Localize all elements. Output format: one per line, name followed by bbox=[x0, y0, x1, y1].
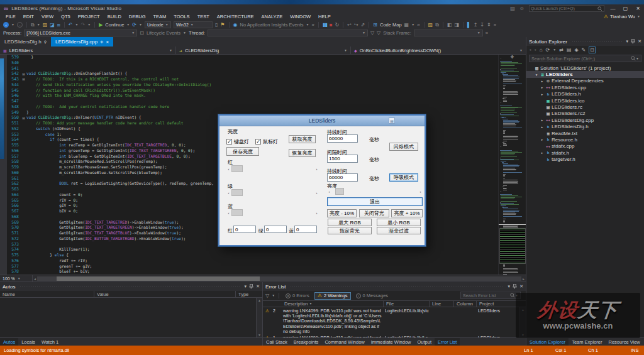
exit-button[interactable]: 退出 bbox=[327, 197, 423, 206]
column-file[interactable]: File bbox=[384, 301, 430, 307]
collapsed-arrow-icon[interactable]: ▸ bbox=[540, 85, 545, 89]
pending-changes-icon[interactable]: ⇄ bbox=[559, 47, 564, 53]
lifecycle-events-button[interactable]: Lifecycle Events bbox=[147, 30, 180, 36]
window-position-icon[interactable]: ▾ bbox=[626, 39, 629, 44]
flag-filter-icon[interactable]: ▽ bbox=[377, 30, 380, 36]
slider-left-arrow-icon[interactable]: ‹ bbox=[327, 190, 331, 194]
toolbar-overflow-icon[interactable]: » bbox=[486, 30, 488, 36]
solution-explorer-search[interactable]: ▼ bbox=[529, 55, 641, 62]
process-select[interactable]: [7096] LEDSliders.exe▼ bbox=[24, 30, 137, 36]
close-panel-icon[interactable]: ✕ bbox=[256, 284, 260, 289]
bookmark-next-icon[interactable]: ↧ bbox=[480, 22, 484, 28]
tab-ledslidersdlg-cpp[interactable]: LEDSlidersDlg.cpp ✛ ✕ bbox=[51, 37, 113, 46]
column-description[interactable]: Description ▼ bbox=[282, 301, 384, 307]
solution-explorer-search-input[interactable] bbox=[531, 57, 631, 61]
tree-item-stdafx-cpp[interactable]: ++stdafx.cpp bbox=[526, 143, 644, 150]
tree-item-ledsliders[interactable]: ▾⊞LEDSliders bbox=[526, 71, 644, 77]
pin-icon[interactable]: ⚲ bbox=[44, 40, 47, 44]
device-icon[interactable]: ▯ bbox=[215, 22, 218, 28]
slider-thumb[interactable] bbox=[231, 189, 243, 196]
process-window-icon[interactable]: ⊡ bbox=[140, 30, 144, 36]
scrollbar-track[interactable] bbox=[37, 276, 521, 281]
continue-icon[interactable]: ▶ bbox=[99, 22, 103, 28]
filter-icon[interactable]: ▽ bbox=[265, 293, 269, 298]
nav-project-dropdown[interactable]: ▦ LEDSliders ▼ bbox=[0, 46, 176, 54]
blue-slider[interactable]: ‹ › bbox=[226, 209, 319, 216]
duration1-input[interactable] bbox=[327, 134, 358, 143]
autos-vertical-scrollbar[interactable]: ▲▼ bbox=[256, 298, 262, 337]
tree-item-ledslidersdlg-cpp[interactable]: ▸++LEDSlidersDlg.cpp bbox=[526, 117, 644, 123]
red-slider[interactable]: ‹ › bbox=[226, 165, 319, 172]
editor-minimap-scrollbar[interactable]: ✥ bbox=[498, 55, 526, 275]
drag-grip[interactable] bbox=[19, 285, 240, 288]
tab-output[interactable]: Output bbox=[414, 338, 435, 346]
tree-item-targetver-h[interactable]: htargetver.h bbox=[526, 156, 644, 162]
preview-selected-icon[interactable]: ⊟ bbox=[589, 46, 596, 53]
expanded-arrow-icon[interactable]: ▾ bbox=[534, 73, 539, 77]
dialog-titlebar-icon[interactable]: ▤ bbox=[389, 117, 395, 124]
brightness-slider[interactable]: ‹ › bbox=[327, 188, 423, 195]
continue-button[interactable]: Continue bbox=[105, 22, 124, 28]
mouse-light-checkbox[interactable]: ✓鼠标灯 bbox=[255, 138, 278, 145]
brightness-minus-button[interactable]: 亮度 - 10% bbox=[327, 209, 357, 217]
column-name[interactable]: Name bbox=[0, 291, 94, 297]
user-name[interactable]: Tianhao Wu bbox=[610, 14, 635, 19]
filter-threads-icon[interactable]: ▽ bbox=[370, 30, 374, 36]
window-position-icon[interactable]: ▾ bbox=[508, 284, 511, 289]
tree-item-ledsliders-rc2[interactable]: ▤LEDSliders.rc2 bbox=[526, 111, 644, 117]
tree-item-ledslidersdlg-h[interactable]: ▸hLEDSlidersDlg.h bbox=[526, 124, 644, 130]
toolbar-overflow-icon[interactable]: » bbox=[494, 22, 496, 28]
dialog-titlebar[interactable]: LEDSliders ▤ bbox=[219, 116, 425, 126]
slider-track[interactable] bbox=[231, 165, 314, 172]
error-row-1[interactable]: ⚠2warning LNK4099: PDB 'vc110.pdb' was n… bbox=[263, 307, 519, 334]
slider-right-arrow-icon[interactable]: › bbox=[314, 211, 319, 215]
editor-horizontal-scrollbar[interactable]: 100 %▼ ◂ ▸ bbox=[0, 275, 526, 281]
filter-errors[interactable]: ✕0 Errors bbox=[283, 292, 312, 300]
collapse-all-icon[interactable]: ▤ bbox=[567, 47, 572, 53]
set-backlight-button[interactable]: 指定背光 bbox=[328, 227, 372, 234]
menu-analyze[interactable]: ANALYZE bbox=[258, 14, 287, 19]
tab-immediate-window[interactable]: Immediate Window bbox=[368, 338, 414, 346]
undo-icon[interactable]: ↶ bbox=[69, 22, 73, 28]
titlebar[interactable]: ∞ LEDSliders (Running) - Microsoft Visua… bbox=[0, 4, 644, 13]
navigate-forward-icon[interactable]: › bbox=[17, 22, 23, 28]
folder-icon[interactable]: ▨ bbox=[428, 22, 433, 28]
slider-left-arrow-icon[interactable]: ‹ bbox=[226, 167, 231, 171]
menu-file[interactable]: FILE bbox=[2, 14, 19, 19]
red-value-input[interactable] bbox=[233, 226, 256, 233]
pin-icon[interactable] bbox=[631, 39, 635, 44]
slider-right-arrow-icon[interactable]: › bbox=[418, 190, 423, 194]
close-button[interactable]: ✕ bbox=[634, 6, 642, 11]
stop-icon[interactable]: ■ bbox=[330, 22, 333, 28]
slider-thumb[interactable] bbox=[231, 209, 243, 216]
quick-launch[interactable] bbox=[529, 5, 604, 12]
pin-icon[interactable] bbox=[513, 284, 517, 289]
column-line[interactable]: Line bbox=[430, 301, 454, 307]
tab-watch-1[interactable]: Watch 1 bbox=[38, 338, 62, 346]
scroll-left-icon[interactable]: ◂ bbox=[33, 276, 37, 281]
filter-warnings[interactable]: ⚠2 Warnings bbox=[314, 292, 351, 300]
column-column[interactable]: Column bbox=[454, 301, 477, 307]
copy-icon[interactable]: ⧉ bbox=[435, 22, 439, 28]
menu-team[interactable]: TEAM bbox=[149, 14, 170, 19]
code-map-icon[interactable]: ⊞ bbox=[373, 22, 377, 28]
menu-test[interactable]: TEST bbox=[194, 14, 213, 19]
green-slider[interactable]: ‹ › bbox=[226, 189, 319, 196]
insights-label[interactable]: No Application Insights Events bbox=[240, 22, 304, 28]
open-folder-icon[interactable]: ▨ bbox=[43, 22, 48, 28]
pin-icon[interactable] bbox=[249, 284, 253, 289]
flash-mode-button[interactable]: 闪烁模式 bbox=[389, 143, 418, 151]
slider-right-arrow-icon[interactable]: › bbox=[314, 167, 319, 171]
thread-select[interactable]: ▼ bbox=[208, 30, 368, 36]
document-export-icon[interactable]: ◧ bbox=[447, 22, 452, 28]
backlight-off-button[interactable]: 关闭背光 bbox=[359, 209, 389, 217]
tab-breakpoints[interactable]: Breakpoints bbox=[291, 338, 322, 346]
filter-messages[interactable]: i0 Messages bbox=[353, 292, 391, 300]
nav-class-dropdown[interactable]: ➜ CLEDSlidersDlg ▼ bbox=[176, 46, 351, 54]
restore-button[interactable]: ▢ bbox=[621, 6, 630, 11]
collapsed-arrow-icon[interactable]: ▸ bbox=[540, 118, 545, 122]
restart-debug-icon[interactable]: ↻ bbox=[335, 22, 339, 28]
max-rgb-button[interactable]: 最大 RGB bbox=[328, 219, 372, 226]
menu-tools[interactable]: TOOLS bbox=[170, 14, 193, 19]
duration2-input[interactable] bbox=[327, 173, 358, 182]
